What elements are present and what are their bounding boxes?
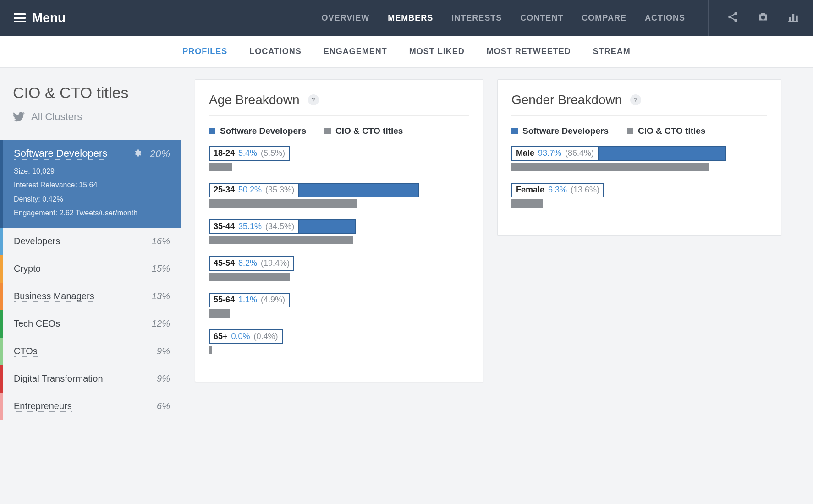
twitter-icon [13,112,25,122]
gender-breakdown-card: Gender Breakdown ? Software Developers C… [497,79,781,236]
svg-rect-7 [788,21,798,22]
cluster-pct: 12% [152,318,170,329]
legend-secondary: CIO & CTO titles [324,126,403,136]
cluster-pct: 6% [157,401,170,411]
camera-icon[interactable] [757,11,769,25]
cluster-name: Entrepreneurs [14,401,72,412]
legend-secondary: CIO & CTO titles [627,126,705,136]
bar-group-male: Male93.7%(86.4%) [511,146,767,171]
share-icon[interactable] [727,11,739,25]
top-nav: OVERVIEWMEMBERSINTERESTSCONTENTCOMPAREAC… [322,13,685,23]
bar-group-18-24: 18-245.4%(5.5%) [209,146,469,171]
legend-primary: Software Developers [209,126,306,136]
secondary-bar [511,199,543,208]
menu-button[interactable]: Menu [14,11,66,25]
help-icon[interactable]: ? [630,94,641,105]
cluster-name: CTOs [14,346,38,357]
all-clusters-label: All Clusters [31,111,82,123]
subnav-locations[interactable]: LOCATIONS [249,47,302,56]
age-title: Age Breakdown [209,93,300,107]
cluster-entrepreneurs[interactable]: Entrepreneurs6% [0,393,181,420]
topnav-members[interactable]: MEMBERS [388,13,433,23]
cluster-developers[interactable]: Developers16% [0,228,181,255]
cluster-pct: 16% [152,236,170,247]
cluster-crypto[interactable]: Crypto15% [0,255,181,283]
hamburger-icon [14,11,26,24]
main-content: Age Breakdown ? Software Developers CIO … [181,68,813,394]
cluster-digital-transformation[interactable]: Digital Transformation9% [0,365,181,393]
gender-title: Gender Breakdown [511,93,622,107]
cluster-ctos[interactable]: CTOs9% [0,338,181,365]
cluster-pct: 15% [152,263,170,274]
bar-group-55-64: 55-641.1%(4.9%) [209,293,469,318]
cluster-pct: 9% [157,346,170,356]
age-bars: 18-245.4%(5.5%)25-3450.2%(35.3%)35-4435.… [209,146,469,354]
chart-icon[interactable] [787,11,799,25]
cluster-tech-ceos[interactable]: Tech CEOs12% [0,310,181,338]
subnav-most-retweeted[interactable]: MOST RETWEETED [487,47,571,56]
topnav-interests[interactable]: INTERESTS [451,13,502,23]
cluster-pct: 20% [150,148,170,160]
age-breakdown-card: Age Breakdown ? Software Developers CIO … [195,79,483,382]
cluster-name: Crypto [14,263,41,274]
bar-group-65-: 65+0.0%(0.4%) [209,329,469,354]
secondary-bar [209,346,212,354]
secondary-bar [511,163,709,171]
subnav-profiles[interactable]: PROFILES [182,47,227,56]
topbar: Menu OVERVIEWMEMBERSINTERESTSCONTENTCOMP… [0,0,813,36]
cluster-name: Developers [14,236,60,247]
svg-rect-5 [792,14,794,21]
cluster-name: Business Managers [14,291,94,302]
topnav-content[interactable]: CONTENT [520,13,563,23]
bar-group-45-54: 45-548.2%(19.4%) [209,256,469,281]
cluster-name: Digital Transformation [14,373,103,384]
secondary-bar [209,199,357,208]
svg-point-1 [728,16,731,19]
svg-rect-4 [789,17,791,21]
cluster-name: Tech CEOs [14,318,60,329]
secondary-bar [209,309,230,318]
cluster-pct: 13% [152,291,170,301]
bar-group-female: Female6.3%(13.6%) [511,183,767,208]
topnav-compare[interactable]: COMPARE [582,13,626,23]
cluster-name: Software Developers [14,148,107,160]
subnav-most-liked[interactable]: MOST LIKED [409,47,465,56]
svg-point-2 [734,19,737,22]
sub-nav: PROFILESLOCATIONSENGAGEMENTMOST LIKEDMOS… [0,36,813,68]
all-clusters-link[interactable]: All Clusters [13,111,168,123]
secondary-bar [209,163,232,171]
legend-primary: Software Developers [511,126,609,136]
sidebar: CIO & CTO titles All Clusters Software D… [0,68,181,420]
subnav-stream[interactable]: STREAM [593,47,631,56]
cluster-list: Software Developers20%Size: 10,029Intere… [0,140,181,420]
secondary-bar [209,273,290,281]
bar-group-25-34: 25-3450.2%(35.3%) [209,183,469,208]
secondary-bar [209,236,353,244]
page-title: CIO & CTO titles [13,84,168,102]
menu-label: Menu [32,11,66,25]
gender-legend: Software Developers CIO & CTO titles [511,126,767,136]
gender-bars: Male93.7%(86.4%)Female6.3%(13.6%) [511,146,767,208]
topnav-actions[interactable]: ACTIONS [645,13,685,23]
help-icon[interactable]: ? [308,94,319,105]
gear-icon[interactable] [133,149,142,159]
svg-point-0 [734,12,737,15]
top-icons [708,0,799,36]
cluster-software-developers[interactable]: Software Developers20%Size: 10,029Intere… [0,140,181,228]
svg-point-3 [761,16,765,20]
subnav-engagement[interactable]: ENGAGEMENT [324,47,387,56]
bar-group-35-44: 35-4435.1%(34.5%) [209,219,469,244]
topnav-overview[interactable]: OVERVIEW [322,13,370,23]
cluster-pct: 9% [157,373,170,384]
cluster-business-managers[interactable]: Business Managers13% [0,283,181,310]
svg-rect-6 [796,16,797,21]
age-legend: Software Developers CIO & CTO titles [209,126,469,136]
cluster-meta: Size: 10,029Interest Relevance: 15.64Den… [14,164,170,220]
